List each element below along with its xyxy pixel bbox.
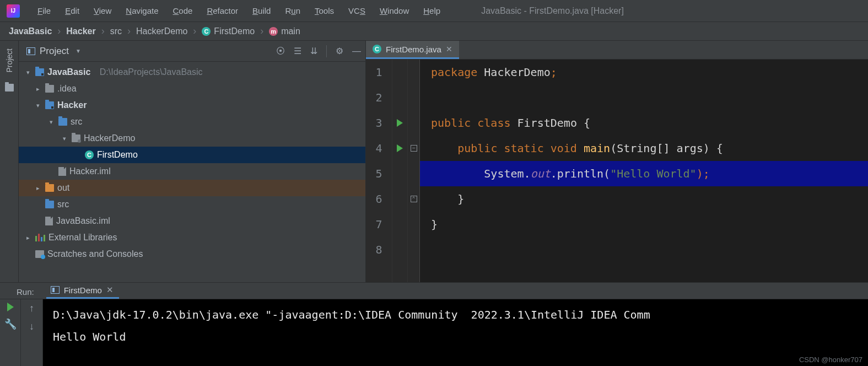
tree-root[interactable]: ▾ JavaBasic D:\IdeaProjects\JavaBasic	[19, 64, 365, 80]
chevron-down-icon[interactable]: ▾	[61, 135, 68, 142]
up-arrow-icon[interactable]: ↑	[29, 303, 34, 314]
chevron-right-icon[interactable]: ▸	[24, 234, 32, 241]
breadcrumb-method[interactable]: m main	[267, 26, 303, 36]
collapse-all-icon[interactable]: ⇊	[310, 46, 317, 56]
chevron-down-icon[interactable]: ▾	[24, 69, 32, 76]
editor-tab-active[interactable]: C FirstDemo.java ✕	[366, 41, 459, 59]
tree-label: FirstDemo	[97, 150, 138, 160]
tree-item-hacker[interactable]: ▾ Hacker	[19, 97, 365, 114]
chevron-down-icon[interactable]: ▾	[34, 102, 42, 109]
left-tool-strip: Project	[0, 41, 19, 282]
project-panel-title-label: Project	[40, 46, 69, 57]
run-gutter-icon[interactable]	[397, 136, 403, 161]
menu-build[interactable]: Build	[246, 4, 277, 18]
scratches-icon	[35, 250, 44, 258]
hide-panel-icon[interactable]: —	[352, 46, 361, 56]
menu-vcs[interactable]: VCS	[342, 4, 372, 18]
select-opened-file-icon[interactable]: ⦿	[276, 46, 285, 56]
tree-label: Scratches and Consoles	[47, 249, 143, 259]
tree-item-src[interactable]: ▾ src	[19, 114, 365, 130]
code-line[interactable]	[420, 85, 868, 110]
line-number: 5	[366, 161, 392, 186]
breadcrumb-project[interactable]: JavaBasic	[7, 26, 54, 36]
breadcrumb: JavaBasic › Hacker › src › HackerDemo › …	[0, 22, 868, 41]
tree-item-iml2[interactable]: JavaBasic.iml	[19, 213, 365, 229]
rerun-icon[interactable]	[7, 303, 14, 311]
editor-body[interactable]: 1 2 3 4 5 6 7 8	[366, 60, 868, 282]
menu-window[interactable]: Window	[373, 4, 416, 18]
method-icon: m	[269, 27, 278, 36]
class-icon: C	[373, 45, 381, 53]
code-line[interactable]: package HackerDemo;	[420, 60, 868, 85]
console-line: Hello World	[53, 330, 126, 343]
tree-item-out[interactable]: ▸ out	[19, 180, 365, 196]
fold-region-start[interactable]: −	[408, 136, 419, 161]
project-panel: Project ▼ ⦿ ☰ ⇊ ⚙ — ▾ JavaBasic D:\IdeaP…	[19, 41, 366, 282]
menu-navigate[interactable]: Navigate	[119, 4, 165, 18]
chevron-right-icon[interactable]: ▸	[34, 185, 42, 192]
folder-icon[interactable]	[5, 84, 14, 92]
breadcrumb-module[interactable]: Hacker	[64, 26, 98, 36]
close-icon[interactable]: ✕	[446, 45, 452, 53]
tree-item-src2[interactable]: src	[19, 196, 365, 213]
down-arrow-icon[interactable]: ↓	[29, 321, 34, 332]
tree-label: External Libraries	[48, 233, 117, 243]
menu-refactor[interactable]: Refactor	[200, 4, 245, 18]
gear-icon[interactable]: ⚙	[336, 46, 343, 56]
console-line: D:\Java\jdk-17.0.2\bin\java.exe "-javaag…	[53, 308, 650, 321]
code-line[interactable]: }	[420, 186, 868, 212]
folder-icon	[45, 85, 54, 93]
run-tool-window: Run: FirstDemo ✕ 🔧 ↑ ↓ D:\Java\jdk-17.0.…	[0, 282, 868, 366]
fold-region-end[interactable]: ⌃	[408, 186, 419, 212]
module-icon	[45, 101, 54, 109]
console-output[interactable]: D:\Java\jdk-17.0.2\bin\java.exe "-javaag…	[43, 299, 868, 366]
breadcrumb-src[interactable]: src	[108, 26, 124, 36]
run-body: 🔧 ↑ ↓ D:\Java\jdk-17.0.2\bin\java.exe "-…	[0, 299, 868, 366]
tree-item-iml1[interactable]: Hacker.iml	[19, 163, 365, 180]
code-line-current[interactable]: System.out.println("Hello World");	[420, 161, 868, 186]
project-tool-button[interactable]: Project	[5, 45, 14, 76]
menu-file[interactable]: File	[31, 4, 57, 18]
excluded-folder-icon	[45, 184, 54, 192]
watermark: CSDN @honker707	[799, 356, 862, 364]
separator	[326, 45, 327, 57]
project-panel-title[interactable]: Project ▼	[26, 46, 81, 57]
editor-tabs: C FirstDemo.java ✕	[366, 41, 868, 60]
tree-label: Hacker.iml	[69, 166, 111, 176]
line-number: 1	[366, 60, 392, 85]
code-line[interactable]: }	[420, 212, 868, 237]
tree-label: Hacker	[57, 100, 87, 110]
menu-view[interactable]: View	[87, 4, 118, 18]
menu-code[interactable]: Code	[166, 4, 200, 18]
tree-item-idea[interactable]: ▸ .idea	[19, 80, 365, 97]
tree-item-external-libraries[interactable]: ▸ External Libraries	[19, 229, 365, 246]
chevron-down-icon[interactable]: ▾	[47, 119, 55, 126]
expand-all-icon[interactable]: ☰	[294, 46, 301, 56]
menu-help[interactable]: Help	[417, 4, 447, 18]
menu-edit[interactable]: Edit	[58, 4, 86, 18]
class-icon: C	[202, 27, 211, 36]
breadcrumb-class[interactable]: C FirstDemo	[200, 26, 257, 36]
chevron-right-icon: ›	[99, 25, 107, 37]
code-line[interactable]: public class FirstDemo {	[420, 110, 868, 136]
code-line[interactable]: public static void main(String[] args) {	[420, 136, 868, 161]
run-actions-col2: ↑ ↓	[21, 299, 43, 366]
tree-item-scratches[interactable]: Scratches and Consoles	[19, 246, 365, 262]
breadcrumb-package[interactable]: HackerDemo	[134, 26, 190, 36]
tree-item-class-selected[interactable]: C FirstDemo	[19, 147, 365, 163]
project-tree[interactable]: ▾ JavaBasic D:\IdeaProjects\JavaBasic ▸ …	[19, 62, 365, 265]
run-tab[interactable]: FirstDemo ✕	[46, 283, 119, 299]
file-icon	[58, 167, 66, 176]
close-icon[interactable]: ✕	[106, 285, 114, 295]
tree-item-package[interactable]: ▾ HackerDemo	[19, 130, 365, 147]
menu-run[interactable]: Run	[278, 4, 307, 18]
menu-tools[interactable]: Tools	[308, 4, 341, 18]
chevron-right-icon[interactable]: ▸	[34, 85, 42, 93]
gutter-fold: − ⌃	[408, 60, 420, 282]
code-lines[interactable]: package HackerDemo; public class FirstDe…	[420, 60, 868, 282]
tree-label: JavaBasic.iml	[56, 216, 110, 226]
code-line[interactable]	[420, 237, 868, 262]
package-icon	[72, 134, 80, 142]
run-gutter-icon[interactable]	[397, 110, 403, 136]
wrench-icon[interactable]: 🔧	[4, 318, 17, 330]
